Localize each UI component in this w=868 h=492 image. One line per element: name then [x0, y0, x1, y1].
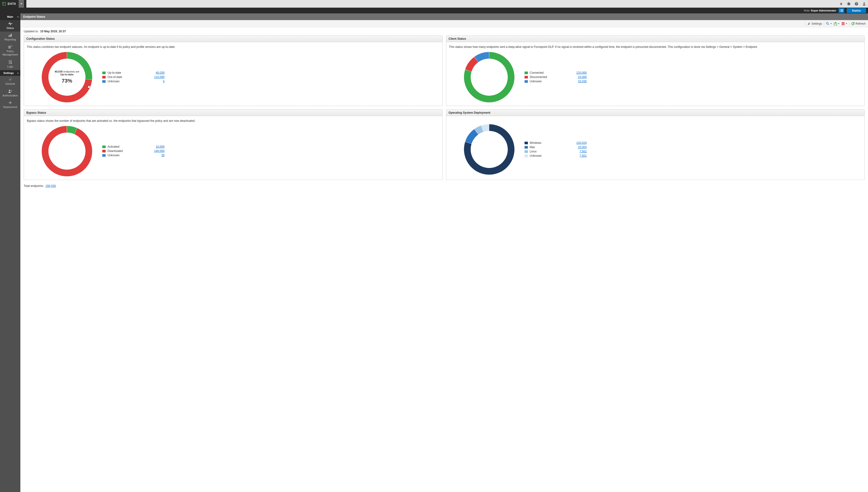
gear-icon[interactable] — [847, 2, 851, 6]
sidebar-item-general[interactable]: General — [0, 76, 20, 87]
sidebar-item-label: Logs — [1, 65, 19, 68]
chevron-down-icon — [838, 23, 840, 24]
legend-swatch — [102, 154, 105, 157]
app-switcher-dropdown[interactable] — [19, 0, 24, 8]
toolbar-refresh[interactable]: Refresh — [851, 22, 866, 25]
sidebar-item-authorization[interactable]: Authorization — [0, 88, 20, 99]
sidebar: Main Status Reporting Policy Management … — [0, 14, 20, 492]
footer-total: Total endpoints: 150,030 — [20, 182, 868, 190]
toolbar-export-dropdown[interactable] — [834, 22, 840, 25]
legend-label: Unknown — [530, 154, 559, 157]
legend-label: Unknown — [108, 154, 136, 157]
sidebar-item-reporting[interactable]: Reporting — [0, 31, 20, 43]
app-logo-icon — [2, 2, 6, 5]
sidebar-section-main[interactable]: Main — [0, 14, 20, 20]
legend-value-link[interactable]: 15,003 — [578, 146, 587, 149]
legend-value-link[interactable]: 15,030 — [578, 80, 587, 83]
page-title: Endpoint Status — [23, 15, 45, 19]
sidebar-item-status[interactable]: Status — [0, 20, 20, 31]
legend-label: Linux — [530, 150, 559, 153]
legend-swatch — [102, 76, 105, 78]
legend-value-link[interactable]: 10,000 — [156, 145, 165, 148]
legend-row: Unknown0 — [102, 80, 165, 83]
sidebar-section-settings[interactable]: Settings — [0, 70, 20, 76]
legend-row: Unknown15,030 — [524, 80, 587, 83]
legend-value-link[interactable]: 7,501 — [579, 154, 587, 157]
search-icon — [826, 22, 829, 25]
legend-row: Disconnected15,000 — [524, 75, 587, 79]
role-label: Role: Super Administrator — [804, 9, 837, 12]
toolbar-settings[interactable]: Settings — [807, 22, 822, 25]
user-icon[interactable] — [862, 2, 866, 6]
toolbar-pdf-dropdown[interactable]: PDF — [841, 22, 847, 25]
panel-bypass-status: Bypass Status Bypass status shows the nu… — [24, 109, 443, 180]
sidebar-item-label: Policy Management — [1, 50, 19, 56]
legend-row: Windows120,024 — [524, 141, 587, 145]
legend-row: Activated10,000 — [102, 145, 165, 148]
panel-title: Operating System Deployment — [446, 109, 865, 116]
legend-swatch — [524, 142, 528, 144]
list-icon — [840, 9, 843, 12]
gear-icon — [9, 78, 12, 81]
total-endpoints-link[interactable]: 150,030 — [46, 184, 56, 188]
refresh-icon — [851, 22, 854, 25]
legend-value-link[interactable]: 15,000 — [578, 75, 587, 79]
content-area: Endpoint Status Settings PDF — [20, 14, 868, 492]
chevron-up-icon — [17, 16, 19, 18]
page-title-bar: Endpoint Status — [20, 14, 868, 20]
legend-swatch — [102, 72, 105, 74]
donut-chart-os[interactable] — [464, 124, 515, 175]
legend-row: Deactivated140,000 — [102, 149, 165, 153]
panel-description: This status shows how many endpoints sen… — [449, 45, 862, 49]
legend-label: Deactivated — [108, 149, 136, 153]
svg-rect-6 — [11, 34, 12, 37]
legend-value-link[interactable]: 110,000 — [154, 75, 165, 79]
sidebar-item-label: Status — [1, 26, 19, 30]
panel-client-status: Client Status This status shows how many… — [446, 35, 865, 106]
sidebar-item-label: Deployment — [1, 105, 19, 109]
deploy-button[interactable]: Deploy — [847, 8, 866, 13]
donut-center-label: 40,030 endpoints are Up-to-date 73% — [41, 51, 93, 103]
legend-value-link[interactable]: 140,000 — [154, 149, 165, 153]
svg-point-8 — [10, 79, 11, 80]
legend-value-link[interactable]: 0 — [163, 80, 165, 83]
legend-row: Mac15,003 — [524, 146, 587, 149]
legend-value-link[interactable]: 40,030 — [156, 71, 165, 74]
app-name: DATA — [8, 2, 16, 5]
legend-label: Windows — [530, 141, 559, 145]
sidebar-item-logs[interactable]: Logs — [0, 58, 20, 70]
panel-title: Bypass Status — [24, 109, 442, 116]
task-list-button[interactable] — [839, 8, 844, 13]
legend-value-link[interactable]: 120,000 — [576, 71, 587, 74]
legend-swatch — [524, 150, 528, 153]
legend-config: Up-to-date40,030Out-of-date110,000Unknow… — [102, 71, 165, 83]
plug-icon[interactable] — [839, 2, 843, 6]
donut-chart-client[interactable] — [464, 51, 515, 103]
legend-swatch — [524, 76, 528, 78]
legend-value-link[interactable]: 120,024 — [576, 141, 587, 145]
sidebar-item-label: Reporting — [1, 38, 19, 41]
app-logo-block: DATA — [0, 0, 26, 8]
legend-value-link[interactable]: 30 — [161, 154, 165, 157]
help-icon[interactable]: ? — [854, 2, 859, 6]
top-bar: DATA ? — [0, 0, 868, 8]
legend-swatch — [102, 80, 105, 83]
legend-value-link[interactable]: 7,502 — [579, 150, 587, 153]
legend-label: Mac — [530, 146, 559, 149]
cursor-hand-icon — [87, 84, 91, 88]
legend-row: Out-of-date110,000 — [102, 75, 165, 79]
svg-point-7 — [11, 63, 12, 64]
donut-chart-bypass[interactable] — [41, 125, 93, 177]
panel-description: This status combines two endpoint status… — [27, 45, 440, 49]
sidebar-item-deployment[interactable]: Deployment — [0, 99, 20, 110]
sidebar-item-policy[interactable]: Policy Management — [0, 43, 20, 58]
donut-chart-config[interactable]: 40,030 endpoints are Up-to-date 73% — [41, 51, 93, 103]
export-icon — [834, 22, 837, 25]
legend-swatch — [524, 146, 528, 149]
svg-rect-5 — [10, 34, 10, 37]
updated-meta: Updated to: 10 May 2019, 10:37 — [20, 27, 868, 35]
panel-title: Configuration Status — [24, 36, 442, 42]
toolbar-search-dropdown[interactable] — [826, 22, 832, 25]
legend-row: Up-to-date40,030 — [102, 71, 165, 74]
chevron-up-icon — [17, 72, 19, 74]
